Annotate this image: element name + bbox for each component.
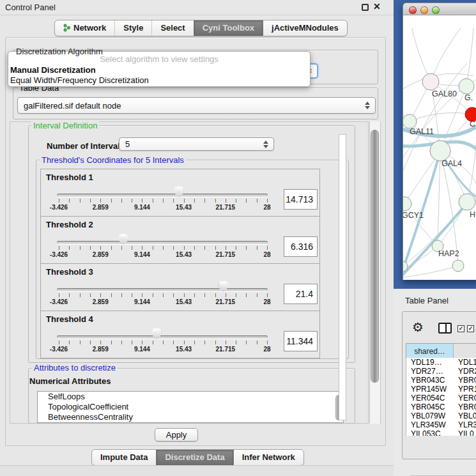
table-cell[interactable]: YBL0 [458,411,476,420]
tick-mark [111,246,112,250]
tick-mark [69,199,70,203]
threshold-value-field[interactable]: 6.316 [284,236,318,257]
table-cell[interactable]: YBR045C [411,403,445,411]
tick-label: 2.859 [81,346,119,353]
numerical-attributes-list[interactable]: SelfLoopsTopologicalCoefficientBetweenne… [37,391,344,423]
table-cell[interactable]: YER054C [411,394,445,403]
network-edge[interactable] [410,113,472,121]
network-node-green[interactable] [459,194,475,210]
threshold-value-field[interactable]: 11.344 [284,331,318,351]
tab-infer-network[interactable]: Infer Network [233,450,303,465]
attribute-list-item[interactable]: SelfLoops [38,392,343,402]
slider-track[interactable] [57,288,268,291]
table-row[interactable]: YBR045CYBR0 [406,403,476,411]
network-window-titlebar[interactable] [403,3,476,15]
table-row[interactable]: YER054CYER0 [406,394,476,403]
tick-mark [184,199,185,203]
table-row[interactable]: YDR27…YDR2 [406,367,476,376]
slider-track[interactable] [57,241,268,244]
table-cell[interactable]: YBR043C [411,376,445,385]
table-row[interactable]: YBR043CYBR0 [406,376,476,385]
checkbox-icon[interactable]: ✓ [457,325,464,332]
float-window-icon[interactable] [362,4,369,11]
table-data-combobox[interactable]: galFiltered.sif default node [17,97,376,114]
table-cell[interactable]: YBR0 [458,376,476,385]
mac-minimize-button[interactable] [420,6,428,14]
table-cell[interactable]: YIL0 [458,429,474,436]
table-cell[interactable]: YLR3 [458,420,476,429]
node-table-body[interactable]: YDL19…YDL1YDR27…YDR2YBR043CYBR0YPR145WYP… [406,358,476,436]
network-node-green[interactable] [430,141,450,161]
table-cell[interactable]: YDR27… [411,367,443,376]
tick-mark [90,199,91,203]
tick-mark [236,293,236,297]
table-row[interactable]: YBL079WYBL0 [406,411,476,420]
gear-icon[interactable]: ⚙ [412,319,424,335]
apply-button[interactable]: Apply [155,428,198,441]
numerical-attributes-label: Numerical Attributes [29,376,111,386]
attribute-list-item[interactable]: TopologicalCoefficient [38,402,343,412]
slider-tick-labels: -3.4262.8599.14415.4321.71528 [41,346,319,353]
discretization-algorithm-title: Discretization Algorithm [14,47,105,56]
network-node-green[interactable] [452,260,464,272]
number-of-intervals-combobox[interactable]: 5 [119,137,274,151]
tab-cyni-toolbox[interactable]: Cyni Toolbox [194,20,263,36]
table-cell[interactable]: YBL079W [411,411,445,420]
network-node-green[interactable] [403,114,417,128]
close-icon[interactable]: ✕ [373,1,381,12]
columns-icon[interactable] [438,323,452,334]
table-cell[interactable]: YDL1 [458,358,476,367]
checkbox-icon[interactable]: ✓ [467,325,474,332]
tab-select[interactable]: Select [151,20,193,36]
network-node-pink[interactable] [422,73,439,90]
tick-mark [121,293,122,297]
dropdown-item-equal-width-frequency[interactable]: Equal Width/Frequency Discretization [10,75,149,85]
slider-track[interactable] [57,335,268,339]
table-cell[interactable]: YER0 [458,394,476,403]
tab-discretize-data[interactable]: Discretize Data [156,450,233,465]
network-node-green[interactable] [459,79,474,94]
attribute-list-item[interactable]: BetweennessCentrality [38,412,343,422]
column-header-shared-name[interactable]: shared… [406,344,454,358]
tab-impute-data[interactable]: Impute Data [92,450,156,465]
network-node-green[interactable] [403,197,411,211]
scrollbar-thumb[interactable] [371,130,379,383]
table-cell[interactable]: YDR2 [458,367,476,376]
tab-network[interactable]: Network [55,20,114,36]
tick-mark [142,246,142,250]
mac-close-button[interactable] [409,6,417,14]
vertical-scrollbar[interactable] [369,121,381,424]
threshold-label: Threshold 4 [46,314,93,324]
network-edge[interactable] [438,151,440,246]
dropdown-item-manual-discretization[interactable]: Manual Discretization [10,65,96,75]
table-cell[interactable]: YLR345W [411,420,446,429]
threshold-value-field[interactable]: 21.4 [284,284,318,304]
node-label: C [470,119,475,128]
table-panel-title: Table Panel [405,296,449,305]
threshold-label: Threshold 3 [46,267,93,277]
table-cell[interactable]: YPR1 [458,385,476,394]
network-edge[interactable] [466,28,473,86]
network-edge[interactable] [403,266,458,277]
tab-jactivemnodules[interactable]: jActiveMNodules [263,20,347,36]
node-label: GAL80 [432,89,457,98]
tick-mark [184,341,185,344]
interval-definition-title: Interval Definition [31,121,99,130]
table-row[interactable]: YPR145WYPR1 [406,385,476,394]
tab-style[interactable]: Style [114,20,151,36]
threshold-value-field[interactable]: 14.713 [284,189,318,210]
stepper-icon [365,102,371,109]
network-canvas[interactable]: GAL80G.CGAL11GAL4GCY1HHAP2 [403,15,476,280]
table-row[interactable]: YDL19…YDL1 [406,358,476,367]
table-cell[interactable]: YDL19… [411,358,442,367]
column-header-name[interactable]: na [454,344,476,358]
table-cell[interactable]: YPR145W [411,385,447,394]
mac-zoom-button[interactable] [432,6,440,14]
slider-track[interactable] [57,194,268,197]
table-cell[interactable]: YBR0 [458,403,476,411]
tick-mark [153,246,153,250]
table-row[interactable]: YLR345WYLR3 [406,420,476,429]
table-row[interactable]: YIL053CYIL0 [406,429,476,436]
inner-scrollbar-track[interactable] [339,134,346,420]
table-cell[interactable]: YIL053C [411,429,441,436]
